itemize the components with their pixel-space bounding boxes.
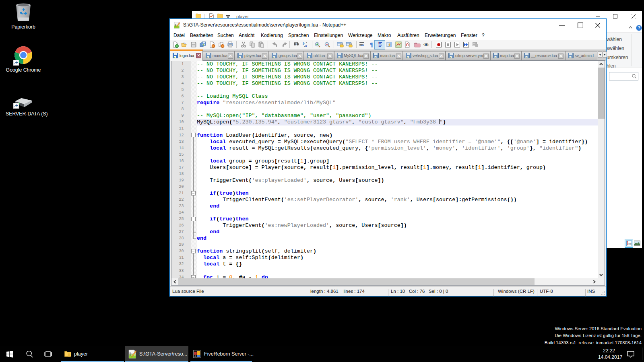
svg-text:¶: ¶: [370, 42, 373, 48]
svg-text:a: a: [305, 43, 307, 48]
svg-text:b: b: [303, 41, 305, 45]
svg-text:?: ?: [638, 25, 640, 30]
